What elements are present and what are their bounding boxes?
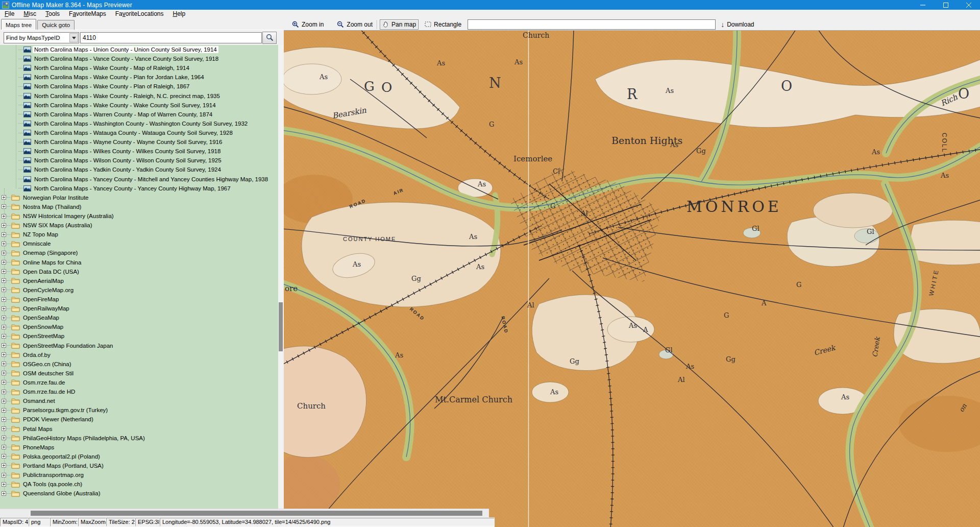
tree-item-folder[interactable]: PhoneMaps — [0, 443, 278, 452]
tree-item-map[interactable]: North Carolina Maps - Washington County … — [0, 119, 278, 128]
map-viewport[interactable]: GONROO MONROEBenton HightsBearskinIcemor… — [284, 31, 980, 527]
expand-icon[interactable] — [2, 204, 6, 209]
find-by-combo[interactable]: Find by MapsTypeID — [4, 32, 79, 43]
tree-item-map[interactable]: North Carolina Maps - Yancey County - Ya… — [0, 184, 278, 193]
tree-item-folder[interactable]: Petal Maps — [0, 424, 278, 433]
tree-item-folder[interactable]: Osm.rrze.fau.de — [0, 378, 278, 387]
tree-item-map[interactable]: North Carolina Maps - Wilson County - Wi… — [0, 156, 278, 165]
menu-item-file[interactable]: File — [0, 10, 19, 18]
tree-item-folder[interactable]: Omniscale — [0, 239, 278, 248]
zoom-out-button[interactable]: Zoom out — [335, 19, 375, 30]
expand-icon[interactable] — [2, 242, 6, 246]
expand-icon[interactable] — [2, 463, 6, 468]
expand-icon[interactable] — [2, 473, 6, 477]
tree-vertical-scrollbar[interactable] — [278, 45, 284, 509]
tree-item-folder[interactable]: Parselsorgu.tkgm.gov.tr (Turkey) — [0, 405, 278, 415]
tree-item-folder[interactable]: Queensland Globe (Australia) — [0, 489, 278, 498]
tab-maps-tree[interactable]: Maps tree — [1, 19, 36, 30]
expand-icon[interactable] — [2, 399, 6, 403]
menu-item-help[interactable]: Help — [168, 10, 190, 18]
tree-item-folder[interactable]: OpenRailwayMap — [0, 304, 278, 313]
search-button[interactable] — [262, 32, 277, 44]
tree-item-folder[interactable]: Polska.geoportal2.pl (Poland) — [0, 452, 278, 461]
expand-icon[interactable] — [2, 232, 6, 237]
expand-icon[interactable] — [2, 278, 6, 283]
expand-icon[interactable] — [2, 334, 6, 339]
tree-item-folder[interactable]: Onemap (Singapore) — [0, 248, 278, 257]
expand-icon[interactable] — [2, 380, 6, 385]
expand-icon[interactable] — [2, 297, 6, 302]
tree-item-folder[interactable]: PDOK Viewer (Netherland) — [0, 415, 278, 424]
tree-item-folder[interactable]: PhilaGeoHistory Maps (Philadelphia, PA, … — [0, 434, 278, 443]
tab-quick-goto[interactable]: Quick goto — [37, 20, 75, 30]
tree-item-map[interactable]: North Carolina Maps - Wake County - Wake… — [0, 101, 278, 110]
menu-item-favoritemaps[interactable]: FavoriteMaps — [64, 10, 111, 18]
tree-item-folder[interactable]: OSM deutscher Stil — [0, 369, 278, 378]
rectangle-button[interactable]: Rectangle — [423, 19, 463, 30]
expand-icon[interactable] — [2, 426, 6, 431]
expand-icon[interactable] — [2, 454, 6, 459]
tree-item-map[interactable]: North Carolina Maps - Watauga County - W… — [0, 128, 278, 137]
tree-item-map[interactable]: North Carolina Maps - Wayne County - Way… — [0, 137, 278, 147]
tree-item-map[interactable]: North Carolina Maps - Vance County - Van… — [0, 54, 278, 63]
tree-item-map[interactable]: North Carolina Maps - Yancey County - Mi… — [0, 175, 278, 184]
expand-icon[interactable] — [2, 482, 6, 487]
tree-scrollbar-thumb[interactable] — [279, 302, 283, 351]
expand-icon[interactable] — [2, 491, 6, 496]
expand-icon[interactable] — [2, 436, 6, 440]
menu-item-tools[interactable]: Tools — [41, 10, 64, 18]
tree-item-folder[interactable]: NZ Topo Map — [0, 230, 278, 239]
expand-icon[interactable] — [2, 362, 6, 366]
tree-item-folder[interactable]: NSW Historical Imagery (Australia) — [0, 211, 278, 221]
expand-icon[interactable] — [2, 214, 6, 219]
tree-item-folder[interactable]: OpenCycleMap.org — [0, 285, 278, 295]
tree-item-folder[interactable]: OSGeo.cn (China) — [0, 360, 278, 369]
expand-icon[interactable] — [2, 269, 6, 274]
tree-item-map[interactable]: North Carolina Maps - Wake County - Map … — [0, 63, 278, 73]
expand-icon[interactable] — [2, 352, 6, 357]
tree-item-folder[interactable]: Publictransportmap.org — [0, 470, 278, 480]
expand-icon[interactable] — [2, 343, 6, 348]
tree-item-folder[interactable]: OpenStreetMap Foundation Japan — [0, 341, 278, 350]
tree-item-folder[interactable]: OpenSeaMap — [0, 313, 278, 322]
tree-item-folder[interactable]: Osm.rrze.fau.de HD — [0, 387, 278, 396]
expand-icon[interactable] — [2, 288, 6, 292]
tree-item-folder[interactable]: OpenAerialMap — [0, 276, 278, 285]
tree-item-folder[interactable]: OpenFireMap — [0, 295, 278, 304]
horizontal-scrollbar-thumb[interactable] — [31, 511, 482, 516]
expand-icon[interactable] — [2, 223, 6, 228]
expand-icon[interactable] — [2, 260, 6, 265]
tree-item-folder[interactable]: Osmand.net — [0, 396, 278, 405]
search-input[interactable] — [80, 32, 262, 43]
expand-icon[interactable] — [2, 251, 6, 255]
tree-item-folder[interactable]: Nostra Map (Thailand) — [0, 202, 278, 211]
expand-icon[interactable] — [2, 195, 6, 200]
tree-item-map[interactable]: North Carolina Maps - Wake County - Plan… — [0, 73, 278, 82]
close-button[interactable] — [957, 0, 980, 10]
expand-icon[interactable] — [2, 316, 6, 320]
tree-item-folder[interactable]: OpenSnowMap — [0, 322, 278, 331]
tree-item-map[interactable]: North Carolina Maps - Wake County - Plan… — [0, 82, 278, 91]
map-canvas[interactable]: GONROO MONROEBenton HightsBearskinIcemor… — [284, 31, 980, 527]
expand-icon[interactable] — [2, 445, 6, 449]
zoom-in-button[interactable]: Zoom in — [290, 19, 326, 30]
tree-item-folder[interactable]: Norwegian Polar Institute — [0, 193, 278, 202]
tree-item-map[interactable]: North Carolina Maps - Wake County - Rale… — [0, 91, 278, 101]
expand-icon[interactable] — [2, 325, 6, 329]
expand-icon[interactable] — [2, 390, 6, 394]
tree-horizontal-scrollbar[interactable] — [0, 509, 489, 517]
tree-item-folder[interactable]: Open Data DC (USA) — [0, 267, 278, 276]
tree-item-map[interactable]: North Carolina Maps - Warren County - Ma… — [0, 110, 278, 119]
expand-icon[interactable] — [2, 417, 6, 422]
chevron-down-icon[interactable] — [69, 33, 78, 42]
tree-item-folder[interactable]: Online Maps for China — [0, 258, 278, 267]
tree-item-map[interactable]: North Carolina Maps - Wilkes County - Wi… — [0, 147, 278, 156]
tree-item-folder[interactable]: Portland Maps (Portland, USA) — [0, 461, 278, 470]
minimize-button[interactable] — [911, 0, 934, 10]
tree-item-folder[interactable]: NSW SIX Maps (Australia) — [0, 221, 278, 230]
tree-item-map[interactable]: North Carolina Maps - Yadkin County - Ya… — [0, 165, 278, 174]
expand-icon[interactable] — [2, 306, 6, 311]
maximize-button[interactable] — [934, 0, 957, 10]
download-range-input[interactable] — [468, 19, 716, 30]
tree-item-folder[interactable]: QA Tools (qa.poole.ch) — [0, 480, 278, 489]
